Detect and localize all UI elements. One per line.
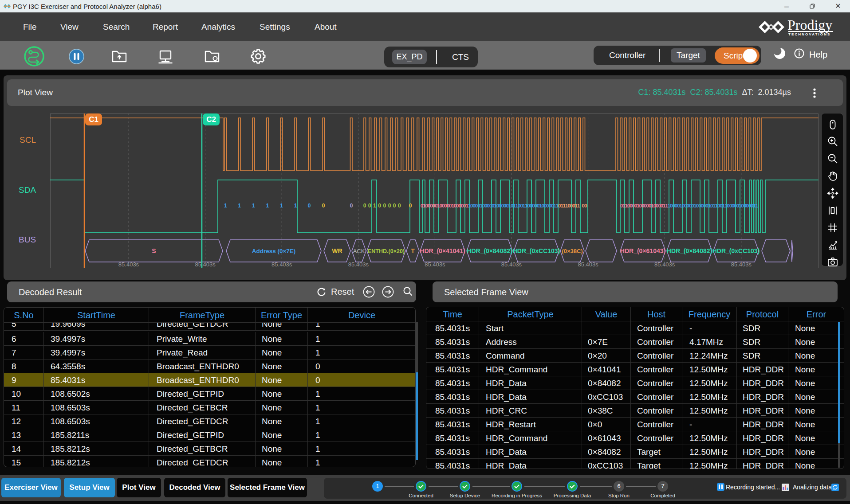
svg-text:0: 0 — [388, 203, 391, 209]
svg-text:0: 0 — [393, 203, 396, 209]
svg-text:0: 0 — [378, 203, 381, 209]
svg-text:0: 0 — [368, 203, 371, 209]
svg-text:1: 1 — [280, 203, 283, 209]
svg-text:WR: WR — [332, 247, 342, 254]
svg-text:0: 0 — [363, 203, 366, 209]
svg-text:0: 0 — [584, 203, 587, 208]
svg-text:ENTHD.(0×20): ENTHD.(0×20) — [368, 248, 405, 254]
svg-text:1: 1 — [756, 203, 759, 208]
svg-text:HDR_(0xCC103): HDR_(0xCC103) — [513, 247, 560, 254]
svg-text:HDR_(0xCC103): HDR_(0xCC103) — [712, 247, 760, 254]
svg-text:HDR_(0×84082): HDR_(0×84082) — [667, 247, 712, 254]
svg-text:S: S — [152, 247, 156, 254]
svg-text:0: 0 — [322, 203, 325, 209]
svg-text:0: 0 — [383, 203, 386, 209]
svg-text:1: 1 — [266, 203, 269, 209]
svg-text:1: 1 — [373, 203, 376, 209]
svg-text:C2: C2 — [206, 115, 216, 124]
svg-text:T: T — [411, 247, 415, 254]
svg-text:HDR_(0×61043): HDR_(0×61043) — [620, 247, 665, 254]
svg-text:Address (0×7E): Address (0×7E) — [252, 248, 296, 254]
svg-text:0: 0 — [308, 203, 311, 209]
svg-text:0: 0 — [350, 203, 353, 209]
svg-text:C1: C1 — [89, 115, 98, 124]
svg-text:0: 0 — [398, 203, 401, 209]
svg-text:ACK: ACK — [353, 248, 365, 254]
svg-text:1: 1 — [577, 203, 580, 208]
svg-text:1: 1 — [238, 203, 241, 209]
svg-text:1: 1 — [224, 203, 227, 209]
svg-text:0: 0 — [409, 203, 412, 209]
svg-text:1: 1 — [252, 203, 255, 209]
svg-text:(0×38C): (0×38C) — [562, 248, 582, 254]
svg-text:HDR_(0×84082): HDR_(0×84082) — [467, 247, 512, 254]
svg-text:HDR_(0×41041): HDR_(0×41041) — [420, 247, 465, 254]
svg-text:1: 1 — [294, 203, 297, 209]
